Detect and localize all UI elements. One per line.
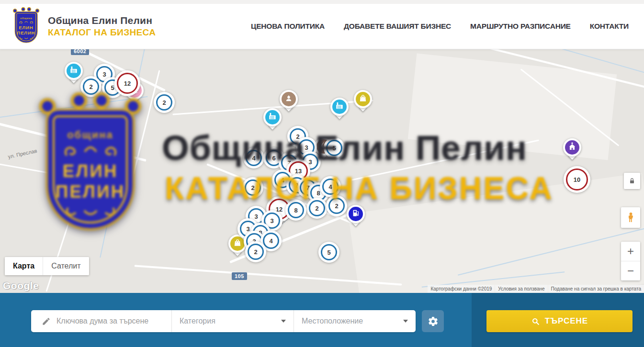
chevron-down-icon [281,320,286,323]
fuel-icon [351,208,361,220]
cluster-marker[interactable]: 2 [80,76,102,97]
map-pin-factory[interactable] [330,98,349,116]
map-pin-church[interactable] [563,138,581,157]
worker-icon [284,93,294,105]
chevron-down-icon [403,320,408,323]
nav-item-route-schedule[interactable]: МАРШРУТНО РАЗПИСАНИЕ [470,22,571,31]
cluster-marker[interactable]: 2 [242,177,263,198]
cluster-marker[interactable]: 10 [564,166,590,193]
zoom-control: + − [621,242,640,280]
map-polygon [348,173,644,293]
crest-curl-icon [27,7,31,11]
street-name-label: ул. Преслав [7,148,37,160]
map-type-map-button[interactable]: Карта [5,257,43,275]
map-pin-bag[interactable] [354,90,372,108]
map-pin-fuel[interactable] [347,205,365,223]
keyword-search-input[interactable] [56,317,167,325]
watermark-crest: община ЕЛИН ПЕЛИН [41,100,139,230]
map-polygon [408,54,617,160]
nav-item-contacts[interactable]: КОНТАКТИ [590,22,629,31]
header: община ЕЛИН ПЕЛИН Община Елин Пелин КАТА… [0,4,644,49]
crest-ornament-icon [19,21,34,24]
advanced-settings-button[interactable] [422,310,444,332]
nav-item-pricing[interactable]: ЦЕНОВА ПОЛИТИКА [251,22,325,31]
attribution-report-link[interactable]: Подаване на сигнал за грешка в картата [548,285,644,293]
lock-map-button[interactable] [624,173,640,189]
crest-curl-icon [21,7,25,11]
nav-item-add-business[interactable]: ДОБАВЕТЕ ВАШИЯТ БИЗНЕС [344,22,451,31]
google-map[interactable]: 6002105ул. Преславбул. „Новоселци" 32512… [0,49,644,293]
map-attribution: Картографски данни ©2019 Условия за полз… [427,285,644,293]
cluster-marker[interactable]: 12 [114,70,140,96]
road-shield-label: 6002 [71,49,89,55]
crest-top-label: община [20,17,32,20]
pegman-icon [625,211,637,224]
crest-name-line1: ЕЛИН [19,25,34,30]
cluster-marker[interactable]: 8 [285,200,306,221]
location-select-label: Местоположение [302,317,363,325]
search-bar: Категория Местоположение ТЪРСЕНЕ [0,293,644,347]
search-icon [531,317,540,326]
search-box: Категория Местоположение [31,310,416,332]
factory-icon [268,112,277,123]
category-select-label: Категория [180,317,215,325]
site-title: Община Елин Пелин [48,15,156,26]
brand[interactable]: община ЕЛИН ПЕЛИН Община Елин Пелин КАТА… [13,9,156,44]
gear-icon [428,316,439,327]
factory-icon [335,101,344,112]
attribution-terms-link[interactable]: Условия за ползване [495,285,547,293]
cluster-marker[interactable]: 2 [154,92,175,113]
cluster-marker[interactable]: 5 [324,137,345,158]
map-type-satellite-button[interactable]: Сателит [43,257,89,275]
attribution-copyright: Картографски данни ©2019 [428,285,495,293]
church-icon [567,141,577,154]
municipality-crest-logo: община ЕЛИН ПЕЛИН [13,9,41,44]
cluster-marker[interactable]: 2 [326,195,347,216]
street-view-pegman-button[interactable] [621,207,640,228]
map-road [45,218,70,291]
map-road [0,163,119,186]
pencil-icon [42,317,51,326]
factory-icon [69,65,79,77]
main-nav: ЦЕНОВА ПОЛИТИКА ДОБАВЕТЕ ВАШИЯТ БИЗНЕС М… [251,22,631,31]
bag-icon [233,238,242,249]
page-top-strip [0,0,644,4]
map-pin-factory[interactable] [65,62,83,80]
zoom-out-button[interactable]: − [621,261,640,280]
cluster-marker[interactable]: 4 [320,176,341,197]
location-select[interactable]: Местоположение [294,310,416,332]
google-logo[interactable]: Google [3,280,39,291]
search-button[interactable]: ТЪРСЕНЕ [486,310,633,332]
crest-name-line2: ПЕЛИН [17,30,35,35]
cluster-marker[interactable]: 5 [318,242,339,263]
cluster-marker[interactable]: 4 [243,147,264,168]
site-subtitle: КАТАЛОГ НА БИЗНЕСА [48,27,156,38]
map-pin-factory[interactable] [263,108,282,126]
road-shield-label: 105 [232,272,247,280]
map-road [351,139,539,180]
bag-icon [358,93,368,105]
search-button-label: ТЪРСЕНЕ [545,316,588,326]
crest-ornament-icon [19,36,33,40]
lock-icon [628,177,636,185]
zoom-in-button[interactable]: + [621,242,640,261]
cluster-marker[interactable]: 2 [245,241,266,262]
map-pin-worker[interactable] [280,90,298,108]
category-select[interactable]: Категория [171,310,294,332]
cluster-marker[interactable]: 2 [306,198,328,219]
map-type-control: Карта Сателит [5,257,89,275]
